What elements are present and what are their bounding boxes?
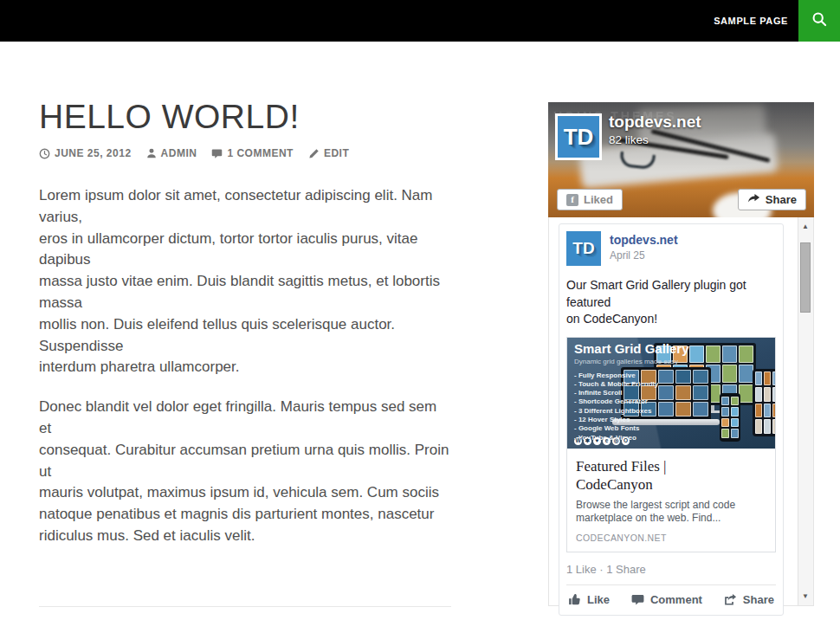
photo-thumb xyxy=(693,402,708,417)
photo-thumb xyxy=(764,419,771,434)
phone-mockup xyxy=(720,393,740,442)
fb-post-message: Our Smart Grid Gallery plugin got featur… xyxy=(566,277,776,328)
photo-thumb xyxy=(764,404,771,418)
fb-post-stats[interactable]: 1 Like · 1 Share xyxy=(566,563,776,576)
photo-thumb xyxy=(731,407,739,417)
fb-post-attachment[interactable]: Smart Grid Gallery Dynamic grid gallerie… xyxy=(566,337,776,552)
promo-title: Smart Grid Gallery xyxy=(574,341,689,356)
photo-thumb xyxy=(755,419,762,434)
photo-thumb xyxy=(772,387,775,402)
search-button[interactable] xyxy=(798,0,840,42)
photo-thumb xyxy=(739,346,753,364)
article-column: HELLO WORLD! JUNE 25, 2012 ADMIN xyxy=(39,97,451,620)
post-author-link[interactable]: ADMIN xyxy=(146,147,197,159)
post-date-label: JUNE 25, 2012 xyxy=(55,147,132,159)
attachment-image: Smart Grid Gallery Dynamic grid gallerie… xyxy=(567,338,775,449)
page-title: HELLO WORLD! xyxy=(39,97,451,137)
post-meta: JUNE 25, 2012 ADMIN 1 COMMENT xyxy=(39,147,451,159)
promo-icon: ♥ xyxy=(593,437,601,445)
photo-thumb xyxy=(675,402,691,417)
photo-thumb xyxy=(658,385,674,400)
thumbs-up-icon xyxy=(568,593,581,606)
promo-icon: O xyxy=(622,437,630,445)
post-edit-link[interactable]: EDIT xyxy=(308,147,349,159)
promo-social-icons: W ✱ ♥ e ◎ O xyxy=(574,437,630,445)
comment-button[interactable]: Comment xyxy=(631,593,702,606)
promo-icon: ✱ xyxy=(584,437,591,445)
clock-icon xyxy=(39,148,50,159)
photo-thumb xyxy=(706,346,720,364)
tablet-mockup xyxy=(753,369,775,436)
avatar-text: TD xyxy=(572,239,594,258)
avatar[interactable]: TD xyxy=(566,231,601,266)
promo-subtitle: Dynamic grid galleries made easy xyxy=(574,358,678,365)
share-button[interactable]: Share xyxy=(724,593,774,606)
share-arrow-icon xyxy=(747,193,760,207)
photo-thumb xyxy=(693,370,708,384)
attachment-domain: CODECANYON.NET xyxy=(576,533,766,543)
photo-thumb xyxy=(721,397,729,406)
promo-icon: ◎ xyxy=(612,437,620,445)
liked-button-label: Liked xyxy=(584,193,613,206)
post-author-label: ADMIN xyxy=(161,147,197,159)
photo-thumb xyxy=(675,385,691,400)
pencil-icon xyxy=(308,148,320,159)
fb-page-name[interactable]: topdevs.net xyxy=(609,113,701,132)
photo-thumb xyxy=(693,385,708,400)
wordpress-icon: W xyxy=(574,437,582,445)
photo-thumb xyxy=(689,346,704,364)
photo-thumb xyxy=(658,370,674,384)
photo-thumb xyxy=(739,384,753,403)
facebook-flag-icon: f xyxy=(566,194,578,206)
photo-thumb xyxy=(658,402,674,417)
photo-thumb xyxy=(731,418,739,428)
post-paragraph-1: Lorem ipsum dolor sit amet, consectetur … xyxy=(39,185,451,378)
scrollbar-thumb[interactable] xyxy=(800,242,811,313)
post-paragraph-2: Donec blandit vel dolor eget fringilla. … xyxy=(39,397,451,547)
fb-post-date[interactable]: April 25 xyxy=(610,249,678,262)
cover-photo: UGINS THEMES TD topdevs.net 82 likes f L… xyxy=(548,102,814,217)
post-date-link[interactable]: JUNE 25, 2012 xyxy=(39,147,132,159)
like-button-label: Like xyxy=(587,593,610,606)
scroll-up-button[interactable]: ▲ xyxy=(798,219,812,233)
share-box-icon xyxy=(724,593,737,606)
photo-thumb xyxy=(739,365,753,383)
comment-button-label: Comment xyxy=(650,593,702,606)
like-button[interactable]: Like xyxy=(568,593,610,606)
comment-bubble-icon xyxy=(211,148,223,159)
photo-grid xyxy=(755,371,775,434)
photo-thumb xyxy=(721,407,729,417)
fb-page-likes: 82 likes xyxy=(609,133,649,146)
photo-grid xyxy=(721,397,739,438)
fb-feed-area: TD topdevs.net April 25 Our Smart Grid G… xyxy=(548,217,814,606)
promo-feature-list: - Fully Responsive - Touch & Mobile Frie… xyxy=(574,371,658,442)
post-comments-label: 1 COMMENT xyxy=(227,147,294,159)
fb-post-header: TD topdevs.net April 25 xyxy=(566,231,776,266)
photo-thumb xyxy=(772,404,775,418)
feed-scrollbar[interactable]: ▲ ▼ xyxy=(798,217,813,605)
divider xyxy=(39,606,451,607)
nav-item-sample-page[interactable]: SAMPLE PAGE xyxy=(714,16,788,26)
liked-button[interactable]: f Liked xyxy=(557,189,623,210)
photo-thumb xyxy=(755,404,762,418)
attachment-title-link[interactable]: Featured Files | CodeCanyon xyxy=(576,457,766,494)
page-logo-text: TD xyxy=(564,124,594,151)
fb-post-author-link[interactable]: topdevs.net xyxy=(610,233,678,247)
attachment-body: Featured Files | CodeCanyon Browse the l… xyxy=(567,449,775,552)
photo-thumb xyxy=(755,371,762,386)
photo-thumb xyxy=(755,387,762,402)
photo-thumb xyxy=(722,346,737,364)
photo-thumb xyxy=(721,429,729,438)
photo-thumb xyxy=(764,371,771,386)
cover-share-button[interactable]: Share xyxy=(738,189,806,210)
post-comments-link[interactable]: 1 COMMENT xyxy=(211,147,294,159)
post-edit-label: EDIT xyxy=(324,147,349,159)
photo-thumb xyxy=(764,387,771,402)
fb-post-card: TD topdevs.net April 25 Our Smart Grid G… xyxy=(559,223,784,616)
search-icon xyxy=(811,10,829,32)
cover-share-label: Share xyxy=(766,193,797,206)
scroll-down-button[interactable]: ▼ xyxy=(798,589,812,603)
photo-thumb xyxy=(722,365,737,383)
attachment-description: Browse the largest script and code marke… xyxy=(576,499,766,526)
page-logo[interactable]: TD xyxy=(555,113,602,160)
